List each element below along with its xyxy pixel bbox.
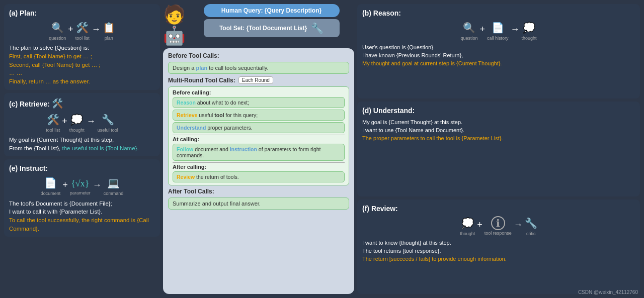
plan-line-3: Second, call {Tool Name} to get … ; <box>9 61 155 69</box>
review-line-2: The tool returns {tool response}. <box>362 247 635 255</box>
thought-c-label: thought <box>69 127 85 134</box>
plus-icon-b: + <box>479 25 485 34</box>
panel-c-icons: 🛠️ tool list + 💭 thought → 🔧 useful tool <box>9 113 155 134</box>
critic-f-label: critic <box>526 231 536 237</box>
panel-f-text: I want to know {thought} at this step. T… <box>362 239 635 263</box>
thought-f-label: thought <box>460 231 475 237</box>
plan-keyword: plan <box>196 65 207 71</box>
before-tool-calls-title: Before Tool Calls: <box>168 52 349 59</box>
arrow-icon-1: → <box>92 25 101 34</box>
toollist-icon: 🛠️ <box>76 21 89 35</box>
icon-document-e: 📄 document <box>41 176 61 197</box>
panel-a-text: The plan to solve {Question} is: First, … <box>9 44 155 85</box>
usefultool-label: useful tool <box>98 127 118 134</box>
arrow-icon-e: → <box>93 180 102 189</box>
design-plan-box: Design a plan to call tools sequentially… <box>168 62 349 74</box>
panel-c: (c) Retrieve: 🛠️ 🛠️ tool list + 💭 though… <box>4 93 160 156</box>
panel-b: (b) Reason: 🔍 question + 📄 call history … <box>357 4 640 98</box>
icon-thought-b: 💭 thought <box>522 21 537 42</box>
toolset-box: Tool Set: {Tool Document List} 🔧 <box>204 19 340 37</box>
command-e-label: command <box>104 190 124 197</box>
retrieve-teal: the useful tool is {Tool Name}. <box>62 145 138 151</box>
arrow-icon-c: → <box>87 117 96 126</box>
callhistory-b-icon: 📄 <box>492 21 504 35</box>
retrieve-keyword: Retrieve <box>177 112 197 118</box>
panel-f: (f) Review: 💭 thought + ℹ tool response … <box>357 200 640 294</box>
plus-icon-c: + <box>62 117 67 126</box>
arrow-icon-b: → <box>511 25 520 34</box>
toolset-text: Tool Set: {Tool Document List} <box>219 25 307 32</box>
reason-box: Reason about what to do next; <box>173 97 345 108</box>
panel-d-title: (d) Understand: <box>362 106 635 116</box>
after-tool-calls-title: After Tool Calls: <box>168 188 349 195</box>
document-e-label: document <box>41 190 61 197</box>
plan-line-5: Finally, return … as the answer. <box>9 77 155 86</box>
follow-keyword: Follow <box>177 146 193 152</box>
plan-line-4: … … <box>9 69 155 77</box>
center-header: 🧑 🤖 Human Query: {Query Description} Too… <box>163 4 354 46</box>
info-icon: ℹ <box>491 216 505 230</box>
understand-line-3: The proper parameters to call the tool i… <box>362 135 635 143</box>
watermark: CSDN @weixin_42112760 <box>578 289 638 295</box>
plan-icon: 📋 <box>103 21 115 35</box>
retrieve-box: Retrieve useful tool for this query; <box>173 110 345 121</box>
callhistory-b-label: call history <box>487 35 509 42</box>
review-keyword: Review <box>177 174 195 180</box>
reason-line-2: I have known {Previous Rounds' Return}, <box>362 52 635 60</box>
icon-thought-c: 💭 thought <box>69 113 85 134</box>
panel-e: (e) Instruct: 📄 document + {√x} paramete… <box>4 159 160 237</box>
retrieve-line-2: From the {Tool List}, the useful tool is… <box>9 144 155 153</box>
panel-d: (d) Understand: My goal is {Current Thou… <box>357 102 640 196</box>
icon-question: 🔍 question <box>49 21 66 42</box>
after-calling-title: After calling: <box>173 164 345 170</box>
left-column: (a) Plan: 🔍 question + 🛠️ tool list → 📋 … <box>4 4 160 294</box>
before-calling-title: Before calling: <box>173 89 345 95</box>
panel-b-title: (b) Reason: <box>362 8 635 18</box>
summarize-box: Summarize and output final answer. <box>168 197 349 210</box>
command-e-icon: 💻 <box>107 176 120 190</box>
icon-usefultool: 🔧 useful tool <box>98 113 118 134</box>
toollist-c-icon: 🛠️ <box>47 113 59 127</box>
follow-box: Follow document and instruction of param… <box>173 144 345 161</box>
parameter-e-label: parameter <box>70 190 91 196</box>
plus-icon-f: + <box>477 220 482 229</box>
panel-a: (a) Plan: 🔍 question + 🛠️ tool list → 📋 … <box>4 4 160 90</box>
inner-panel: Before calling: Reason about what to do … <box>168 86 349 185</box>
icon-command-e: 💻 command <box>104 176 124 197</box>
plan-line-2: First, call {Tool Name} to get … ; <box>9 52 155 61</box>
icon-toollist-c: 🛠️ tool list <box>46 113 60 134</box>
each-round-badge: Each Round <box>238 76 273 84</box>
instruction-keyword: instruction <box>230 146 257 152</box>
multi-round-header: Multi-Round Tool Calls: Each Round <box>168 76 349 84</box>
critic-f-icon: 🔧 <box>525 216 537 231</box>
plan-line-1: The plan to solve {Question} is: <box>9 44 155 52</box>
panel-c-title: (c) Retrieve: 🛠️ <box>9 97 155 110</box>
icon-thought-f: 💭 thought <box>460 216 475 237</box>
icon-critic-f: 🔧 critic <box>525 216 537 237</box>
plus-icon-e: + <box>62 180 68 189</box>
review-box: Review the return of tools. <box>173 171 345 182</box>
multi-round-title: Multi-Round Tool Calls: <box>168 77 235 84</box>
icon-toolresponse-f: ℹ tool response <box>485 216 512 237</box>
center-column: 🧑 🤖 Human Query: {Query Description} Too… <box>163 4 354 294</box>
thought-c-icon: 💭 <box>70 113 83 127</box>
toollist-c-label: tool list <box>46 127 60 134</box>
understand-line-1: My goal is {Current Thought} at this ste… <box>362 119 635 127</box>
understand-keyword: Understand <box>177 125 206 131</box>
document-e-icon: 📄 <box>44 176 57 190</box>
panel-e-text: The tool's Document is {Document File}; … <box>9 200 155 233</box>
at-calling-title: At calling: <box>173 136 345 142</box>
instruct-line-2: I want to call it with {Parameter List}. <box>9 208 155 216</box>
query-box: Human Query: {Query Description} <box>204 4 340 17</box>
understand-box: Understand proper parameters. <box>173 122 345 133</box>
wrench-icon: 🔧 <box>311 22 324 34</box>
reason-line-3: My thought and goal at current step is {… <box>362 60 635 68</box>
reason-line-1: User's question is {Question}. <box>362 44 635 52</box>
usefultool-icon: 🔧 <box>102 113 114 127</box>
reason-keyword: Reason <box>177 100 196 106</box>
right-column: (b) Reason: 🔍 question + 📄 call history … <box>357 4 640 294</box>
plan-label: plan <box>105 35 113 42</box>
panel-b-icons: 🔍 question + 📄 call history → 💭 thought <box>362 21 635 42</box>
icon-parameter-e: {√x} parameter <box>70 177 91 196</box>
center-flow: Before Tool Calls: Design a plan to call… <box>163 48 354 294</box>
